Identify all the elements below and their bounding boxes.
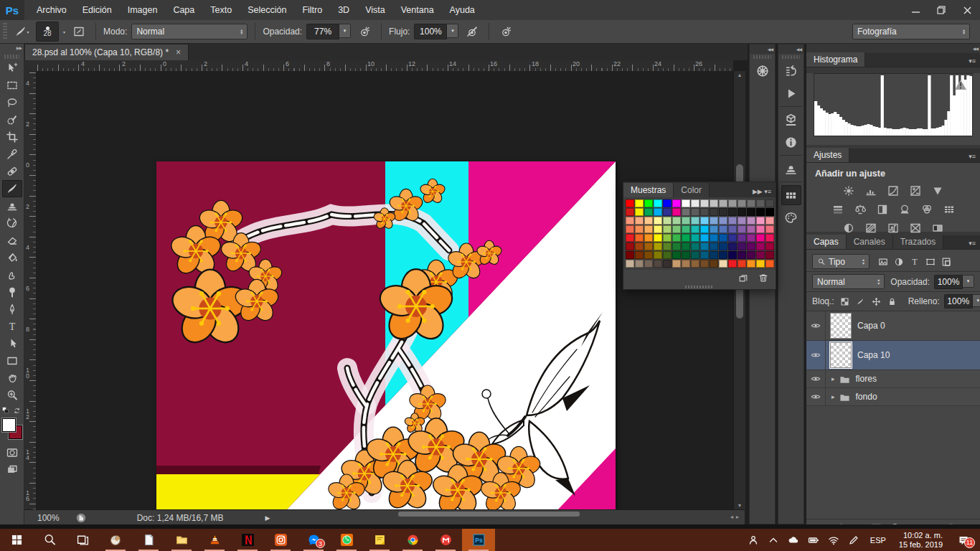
chevron-down-icon[interactable]: ▾ xyxy=(963,275,974,288)
color-swatch[interactable] xyxy=(654,234,662,242)
color-swatch[interactable] xyxy=(672,225,681,233)
vertical-scrollbar[interactable]: ▲ ▼ xyxy=(733,71,745,509)
color-swatch[interactable] xyxy=(765,217,774,225)
color-swatch[interactable] xyxy=(756,242,765,250)
layer-row-flores[interactable]: ▸flores xyxy=(806,370,980,388)
color-swatch[interactable] xyxy=(700,234,709,242)
canvas-area[interactable] xyxy=(36,71,733,509)
minimize-button[interactable] xyxy=(903,0,928,20)
close-tab-icon[interactable]: × xyxy=(176,47,181,57)
color-swatch[interactable] xyxy=(728,234,737,242)
taskbar-vlc[interactable] xyxy=(198,529,231,551)
color-swatch[interactable] xyxy=(710,225,718,233)
color-swatch[interactable] xyxy=(691,251,699,259)
swatches-icon[interactable] xyxy=(781,185,801,205)
dock-grip[interactable] xyxy=(782,55,800,59)
delete-swatch-icon[interactable] xyxy=(758,273,768,283)
color-swatch[interactable] xyxy=(626,242,634,250)
menu-vista[interactable]: Vista xyxy=(359,1,392,19)
default-colors-icon[interactable] xyxy=(1,406,11,415)
adjustment-layer-filter-icon[interactable] xyxy=(894,257,904,267)
language-indicator[interactable]: ESP xyxy=(866,536,890,545)
color-swatch[interactable] xyxy=(700,260,709,268)
horizontal-ruler[interactable]: 420246810121416182022242628 xyxy=(36,60,733,72)
move-tool[interactable] xyxy=(2,60,22,77)
collapse-tools-icon[interactable]: ▶▶ xyxy=(0,44,24,54)
color-swatch[interactable] xyxy=(663,217,672,225)
wifi-icon[interactable] xyxy=(826,534,842,546)
tab-canales[interactable]: Canales xyxy=(847,235,893,249)
color-swatch[interactable] xyxy=(672,260,681,268)
blend-mode-dropdown[interactable]: Normal ▴▾ xyxy=(131,24,248,39)
color-swatch[interactable] xyxy=(756,217,765,225)
color-swatch[interactable] xyxy=(626,225,634,233)
color-swatch[interactable] xyxy=(747,208,755,216)
taskbar-photoshop[interactable]: Ps xyxy=(462,529,495,551)
color-swatch[interactable] xyxy=(700,251,709,259)
visibility-toggle[interactable] xyxy=(806,311,826,340)
color-swatch[interactable] xyxy=(672,199,681,207)
page-preview-icon[interactable] xyxy=(75,512,87,524)
tab-muestras[interactable]: Muestras xyxy=(623,183,674,197)
color-swatch[interactable] xyxy=(672,217,681,225)
color-swatch[interactable] xyxy=(682,251,690,259)
horizontal-scroll-arrows[interactable]: ◂▸ xyxy=(730,514,742,520)
panel-menu-icon[interactable]: ▾≡ xyxy=(964,57,980,67)
menu-ayuda[interactable]: Ayuda xyxy=(443,1,481,19)
screen-mode-button[interactable] xyxy=(2,461,22,479)
clock[interactable]: 10:02 a. m. 15 feb. 2019 xyxy=(895,531,947,550)
taskbar-search[interactable] xyxy=(33,529,66,551)
color-swatch[interactable] xyxy=(728,251,737,259)
color-swatch[interactable] xyxy=(738,208,746,216)
color-swatch[interactable] xyxy=(710,208,718,216)
visibility-toggle[interactable] xyxy=(806,370,826,387)
color-swatch[interactable] xyxy=(672,251,681,259)
color-swatch[interactable] xyxy=(644,260,653,268)
layer-fill-field[interactable]: 100% ▾ xyxy=(944,294,980,309)
color-swatch[interactable] xyxy=(710,217,718,225)
color-swatch[interactable] xyxy=(756,260,765,268)
color-swatch[interactable] xyxy=(747,260,755,268)
color-swatch[interactable] xyxy=(756,225,765,233)
color-swatch[interactable] xyxy=(644,234,653,242)
layer-thumbnail[interactable] xyxy=(830,342,852,368)
collapse-dock-icon[interactable]: ◀◀ xyxy=(778,44,804,54)
pixel-layer-filter-icon[interactable] xyxy=(878,257,888,267)
color-swatch[interactable] xyxy=(747,199,755,207)
color-swatch[interactable] xyxy=(691,199,699,207)
color-swatch[interactable] xyxy=(728,199,737,207)
brush-tool[interactable] xyxy=(2,180,22,197)
scroll-up-icon[interactable]: ▲ xyxy=(734,72,745,77)
color-swatch[interactable] xyxy=(756,251,765,259)
brush-tool-preset[interactable]: ▾ xyxy=(13,22,32,41)
color-swatch[interactable] xyxy=(682,199,690,207)
color-swatch[interactable] xyxy=(654,225,662,233)
taskbar-paint[interactable] xyxy=(99,529,132,551)
color-swatch[interactable] xyxy=(756,234,765,242)
color-swatch[interactable] xyxy=(765,242,774,250)
curves-adjustment-icon[interactable] xyxy=(885,184,901,198)
info-icon[interactable] xyxy=(781,132,801,152)
taskbar-messenger[interactable]: 3 xyxy=(297,529,330,551)
taskbar-whatsapp[interactable] xyxy=(330,529,363,551)
lasso-tool[interactable] xyxy=(2,94,22,111)
color-swatch[interactable] xyxy=(672,208,681,216)
menu-texto[interactable]: Texto xyxy=(204,1,238,19)
color-swatch[interactable] xyxy=(700,208,709,216)
rectangle-tool[interactable] xyxy=(2,352,22,369)
visibility-toggle[interactable] xyxy=(806,341,826,369)
panel-resize-grip[interactable] xyxy=(623,286,776,290)
levels-adjustment-icon[interactable] xyxy=(863,184,879,198)
layer-row-fondo[interactable]: ▸fondo xyxy=(806,388,980,406)
color-swatch[interactable] xyxy=(644,251,653,259)
color-swatch[interactable] xyxy=(719,242,727,250)
navigator-wheel-icon[interactable] xyxy=(753,61,773,81)
brush-size-picker[interactable]: 28 xyxy=(36,22,59,42)
color-swatch[interactable] xyxy=(626,251,634,259)
color-swatch[interactable] xyxy=(728,242,737,250)
restore-button[interactable] xyxy=(928,0,954,20)
tab-color[interactable]: Color xyxy=(674,183,710,197)
ruler-origin[interactable] xyxy=(24,60,37,72)
collapse-dock-icon[interactable]: ◀◀ xyxy=(750,44,775,54)
panel-menu-icon[interactable]: ▾≡ xyxy=(964,153,980,162)
